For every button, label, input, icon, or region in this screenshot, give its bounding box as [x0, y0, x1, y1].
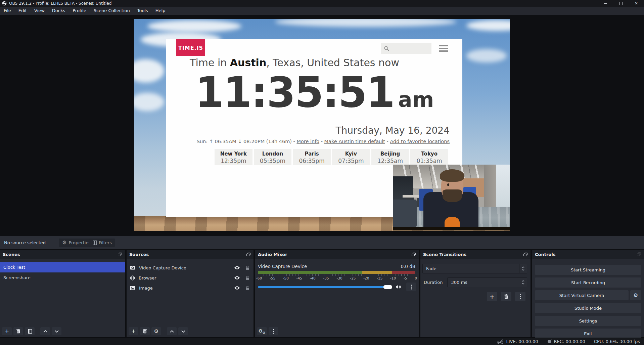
city-clock: London05:35pm: [254, 149, 292, 165]
menu-help[interactable]: Help: [152, 7, 169, 15]
image-icon: [130, 286, 135, 290]
audio-mixer-header: Audio Mixer: [255, 250, 419, 259]
start-virtual-camera-button[interactable]: Start Virtual Camera: [535, 290, 629, 300]
source-item-image[interactable]: Image: [127, 283, 254, 293]
popout-icon[interactable]: [523, 253, 528, 256]
menu-view[interactable]: View: [31, 7, 48, 15]
duration-spinner-arrows[interactable]: [519, 278, 527, 287]
visibility-eye-icon[interactable]: [234, 266, 240, 270]
popout-icon[interactable]: [118, 253, 122, 256]
transition-properties-button[interactable]: [515, 292, 525, 301]
menu-file[interactable]: File: [0, 7, 15, 15]
status-bar: LIVE: 00:00:00 REC: 00:00:00 CPU: 0.6%, …: [0, 338, 644, 345]
remove-transition-button[interactable]: [501, 292, 511, 301]
rec-status: REC: 00:00:00: [547, 339, 585, 344]
cloud: [134, 59, 164, 83]
filter-icon: [28, 329, 32, 334]
advanced-audio-button[interactable]: ⚙⚙: [257, 327, 267, 335]
add-source-button[interactable]: +: [129, 327, 138, 335]
start-recording-button[interactable]: Start Recording: [535, 277, 641, 288]
gear-icon: ⚙: [62, 240, 66, 245]
meter-tick-labels: -60-55-50-45-40-35-30-25-20-15-10-50: [256, 276, 417, 280]
no-source-label: No source selected: [4, 240, 46, 245]
cloud: [147, 20, 241, 32]
webcam-foreground-chair: [393, 200, 417, 227]
menu-docks[interactable]: Docks: [48, 7, 69, 15]
lock-icon[interactable]: [245, 275, 249, 280]
add-transition-button[interactable]: +: [487, 292, 497, 301]
sources-dock: Sources Video Capture Device: [127, 250, 254, 337]
virtual-camera-config-button[interactable]: ⚙: [630, 290, 641, 300]
menu-edit[interactable]: Edit: [15, 7, 31, 15]
speaker-icon[interactable]: [396, 285, 401, 289]
city-clock: Kyiv07:35pm: [332, 149, 370, 165]
cloud: [466, 20, 510, 31]
duration-input[interactable]: 300 ms: [447, 277, 527, 287]
obs-logo-icon: [2, 1, 7, 6]
source-item-video-capture[interactable]: Video Capture Device: [127, 263, 254, 273]
filters-button[interactable]: Filters: [89, 239, 115, 247]
webcam-bottom-edge: [393, 227, 510, 230]
popout-icon[interactable]: [637, 253, 641, 256]
scene-filters-button[interactable]: [25, 327, 35, 335]
controls-header: Controls: [532, 250, 644, 259]
visibility-eye-icon[interactable]: [234, 286, 240, 290]
controls-buttons: Start Streaming Start Recording Start Vi…: [532, 259, 644, 339]
menu-tools[interactable]: Tools: [134, 7, 152, 15]
webcam-person-hair: [440, 169, 464, 182]
clock-ampm: am: [398, 89, 434, 110]
scene-item-screenshare[interactable]: Screenshare: [0, 272, 125, 283]
move-scene-down-button[interactable]: [52, 327, 61, 335]
source-list: Video Capture Device Browser: [127, 259, 254, 293]
source-item-browser[interactable]: Browser: [127, 273, 254, 283]
sources-header: Sources: [127, 250, 254, 259]
popout-icon[interactable]: [246, 253, 251, 256]
menu-scene-collection[interactable]: Scene Collection: [90, 7, 134, 15]
studio-mode-button[interactable]: Studio Mode: [535, 303, 641, 313]
volume-slider-handle[interactable]: [383, 285, 392, 289]
exit-button[interactable]: Exit: [535, 329, 641, 339]
select-spinner-arrows[interactable]: [519, 264, 527, 273]
cloud: [134, 93, 164, 111]
more-info-link: More info: [296, 139, 319, 144]
gear-icon: ⚙: [634, 293, 638, 298]
mixer-channel-name: Video Capture Device: [258, 264, 307, 269]
properties-button[interactable]: ⚙ Properties: [59, 239, 94, 247]
mixer-toolbar: ⚙⚙: [257, 327, 278, 335]
menu-profile[interactable]: Profile: [69, 7, 90, 15]
cloud: [466, 49, 507, 62]
start-streaming-button[interactable]: Start Streaming: [535, 265, 641, 275]
move-source-down-button[interactable]: [178, 327, 188, 335]
scene-item-clock-test[interactable]: Clock Test: [0, 262, 125, 272]
timeis-date: Thursday, May 16, 2024: [336, 125, 450, 136]
obs-window: OBS 29.1.2 - Profile: LLHLS BETA - Scene…: [0, 0, 644, 345]
timeis-heading: Time in Austin, Texas, United States now: [190, 57, 399, 69]
mixer-level-db: 0.0 dB: [401, 264, 415, 269]
transition-select[interactable]: Fade: [422, 264, 527, 273]
remove-scene-button[interactable]: [13, 327, 23, 335]
close-button[interactable]: ✕: [629, 0, 644, 7]
lock-icon[interactable]: [245, 265, 249, 270]
minimize-button[interactable]: [598, 0, 613, 7]
move-source-up-button[interactable]: [167, 327, 177, 335]
transition-buttons: +: [487, 292, 525, 301]
webcam-shirt-graphic: [445, 217, 460, 228]
mixer-menu-button[interactable]: [269, 327, 278, 335]
mixer-channel-menu-button[interactable]: [406, 283, 416, 291]
volume-slider[interactable]: [258, 286, 392, 288]
lock-icon[interactable]: [245, 286, 249, 290]
gear-icon: ⚙: [154, 329, 158, 334]
popout-icon[interactable]: [412, 253, 416, 256]
remove-source-button[interactable]: [140, 327, 150, 335]
move-scene-up-button[interactable]: [40, 327, 50, 335]
add-scene-button[interactable]: +: [2, 327, 12, 335]
webcam-source[interactable]: [393, 165, 510, 230]
video-canvas[interactable]: TIME.IS Time in Austin, Texas, United St…: [134, 19, 510, 231]
visibility-eye-icon[interactable]: [234, 276, 240, 280]
maximize-button[interactable]: [613, 0, 629, 7]
source-properties-button[interactable]: ⚙: [151, 327, 161, 335]
settings-button[interactable]: Settings: [535, 316, 641, 326]
timeis-sun-line: Sun: ↑ 06:35AM ↓ 08:20PM (13h 46m) - Mor…: [197, 139, 450, 144]
scenes-toolbar: +: [2, 327, 61, 335]
city-clock: Tokyo01:35am: [410, 149, 448, 165]
